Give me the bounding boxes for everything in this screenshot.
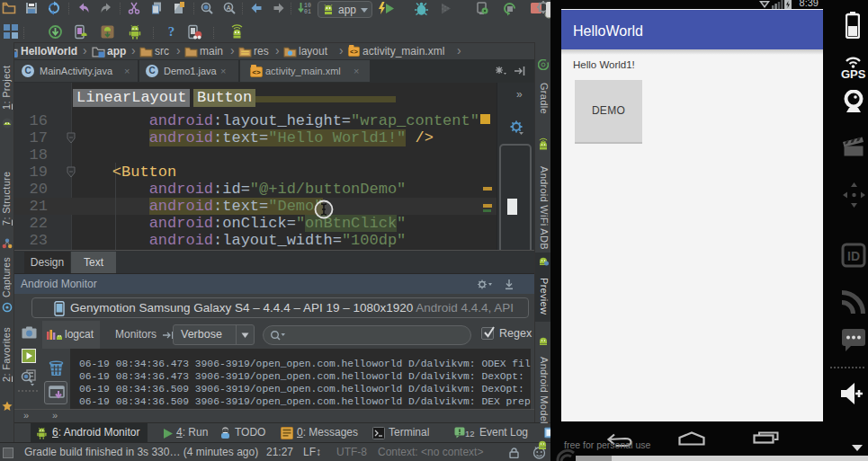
svg-text:?: ? [168,24,175,39]
svg-text:<>: <> [252,68,261,76]
svg-text:<>: <> [350,49,358,56]
svg-text:10: 10 [304,3,311,9]
svg-text:ID: ID [847,249,860,263]
svg-text:01: 01 [304,9,311,15]
svg-text:A: A [227,4,231,11]
